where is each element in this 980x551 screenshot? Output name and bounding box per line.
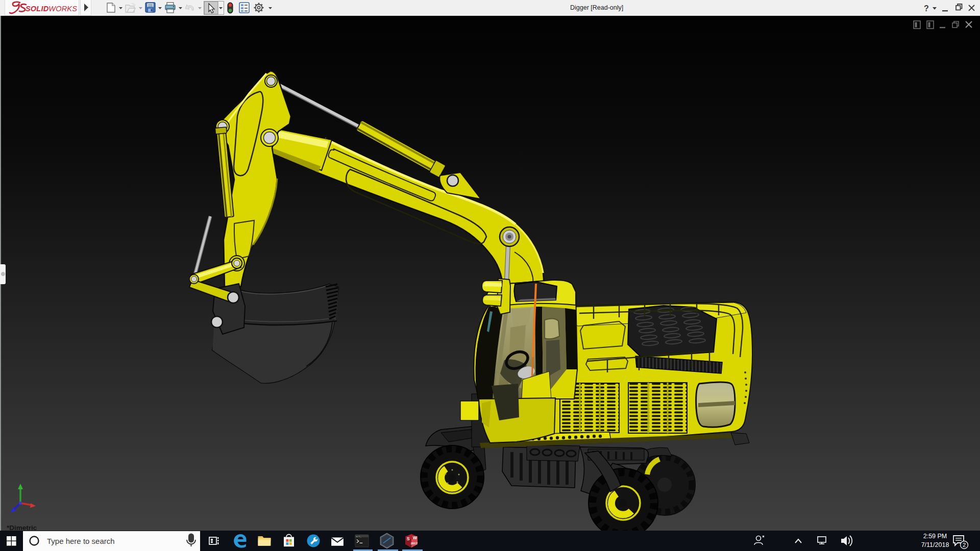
svg-text:?: ? <box>924 4 929 13</box>
svg-text:C:\_: C:\_ <box>356 535 362 538</box>
svg-text:2: 2 <box>963 542 966 548</box>
svg-text:S: S <box>407 536 410 541</box>
svg-text:2017: 2017 <box>411 542 418 545</box>
svg-text:W: W <box>413 535 418 540</box>
